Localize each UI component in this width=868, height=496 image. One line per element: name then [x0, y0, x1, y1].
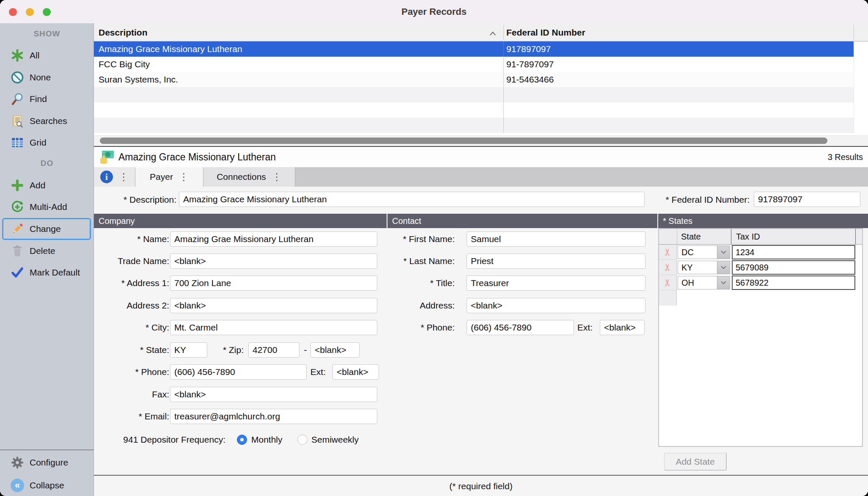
tax-id-input[interactable]: [732, 245, 855, 259]
sidebar-item-none[interactable]: None: [0, 69, 94, 85]
state-select[interactable]: DC: [678, 245, 730, 259]
company-phone-input[interactable]: [170, 364, 307, 380]
table-row[interactable]: FCC Big City 91-7897097: [94, 57, 854, 72]
table-row-empty: [94, 118, 854, 133]
add-state-button[interactable]: Add State: [664, 453, 727, 471]
state-row: ✂ KY: [659, 260, 862, 275]
trade-name-input[interactable]: [170, 254, 377, 269]
city-input[interactable]: [170, 320, 377, 335]
cell-description: Suran Systems, Inc.: [99, 72, 178, 87]
chevron-down-icon[interactable]: [717, 246, 730, 259]
tab-menu-dots-icon[interactable]: ⋮: [179, 172, 189, 182]
table-row-selected[interactable]: Amazing Grace Missionary Lutheran 917897…: [94, 41, 854, 57]
contact-address-input[interactable]: [467, 298, 646, 313]
tab-menu-dots-icon[interactable]: ⋮: [119, 172, 129, 182]
sidebar-item-label: Find: [30, 94, 47, 104]
company-ext-input[interactable]: [332, 364, 379, 380]
radio-semiweekly[interactable]: [297, 435, 308, 445]
column-divider: [855, 229, 856, 245]
company-phone-label: * Phone:: [94, 365, 169, 379]
tax-id-input[interactable]: [732, 260, 855, 275]
empty-action-cell: [659, 290, 677, 306]
results-count: 3 Results: [828, 147, 863, 167]
email-input[interactable]: [170, 409, 377, 424]
state-select[interactable]: KY: [678, 261, 730, 274]
address1-input[interactable]: [170, 276, 377, 291]
address2-label: Address 2:: [94, 298, 169, 313]
info-icon: i: [100, 171, 113, 183]
remove-state-cell[interactable]: ✂: [659, 275, 677, 290]
sidebar-item-label: Add: [30, 180, 45, 190]
radio-monthly-label: Monthly: [251, 433, 283, 447]
tab-info[interactable]: i ⋮: [94, 167, 135, 187]
address2-input[interactable]: [170, 298, 377, 313]
radio-monthly[interactable]: [237, 435, 247, 445]
section-title: Company: [99, 216, 135, 226]
column-header-description[interactable]: Description: [99, 23, 148, 41]
collapse-icon: «: [9, 477, 25, 493]
column-divider: [677, 229, 677, 244]
tab-payer[interactable]: Payer ⋮: [135, 167, 203, 187]
sidebar-item-label: Change: [30, 224, 61, 234]
column-separator: [854, 41, 854, 133]
horizontal-scrollbar[interactable]: [94, 135, 868, 146]
zip-plus4-input[interactable]: [310, 342, 360, 358]
column-divider[interactable]: [854, 25, 854, 39]
state-input[interactable]: [170, 342, 207, 358]
contact-ext-label: Ext:: [570, 320, 593, 335]
contact-phone-input[interactable]: [467, 320, 574, 335]
cell-federal-id: 91-7897097: [506, 57, 554, 72]
asterisk-icon: [9, 47, 25, 63]
sidebar-item-searches[interactable]: Searches: [0, 113, 94, 129]
contact-ext-input[interactable]: [600, 320, 645, 335]
record-header: Amazing Grace Missionary Lutheran 3 Resu…: [94, 146, 868, 167]
tab-bar: i ⋮ Payer ⋮ Connections ⋮: [94, 167, 868, 187]
state-row: ✂ DC: [659, 245, 862, 260]
company-name-input[interactable]: [170, 231, 377, 247]
chevron-down-icon[interactable]: [717, 261, 730, 274]
sidebar-item-delete[interactable]: Delete: [0, 243, 94, 259]
sidebar-item-all[interactable]: All: [0, 47, 94, 63]
state-value: DC: [681, 246, 694, 259]
state-select[interactable]: OH: [678, 276, 730, 289]
contact-address-label: Address:: [373, 298, 455, 313]
sidebar-item-change[interactable]: Change: [0, 221, 94, 237]
tax-id-input[interactable]: [732, 276, 855, 290]
required-field-note: (* required field): [94, 477, 868, 496]
tab-menu-dots-icon[interactable]: ⋮: [272, 172, 282, 182]
sidebar-item-multi-add[interactable]: Multi-Add: [0, 199, 94, 215]
zip-input[interactable]: [248, 342, 299, 358]
sidebar-item-find[interactable]: Find: [0, 91, 94, 107]
sidebar-item-collapse[interactable]: « Collapse: [0, 477, 94, 493]
tab-connections[interactable]: Connections ⋮: [203, 167, 295, 187]
sidebar-item-add[interactable]: Add: [0, 177, 94, 193]
chevron-down-icon[interactable]: [717, 276, 730, 289]
gear-icon: [9, 455, 25, 471]
table-row[interactable]: Suran Systems, Inc. 91-5463466: [94, 72, 854, 87]
sidebar-divider: [0, 449, 94, 450]
remove-state-cell[interactable]: ✂: [659, 260, 677, 275]
window-title: Payer Records: [0, 0, 868, 23]
first-name-input[interactable]: [467, 231, 646, 247]
remove-state-cell[interactable]: ✂: [659, 245, 677, 260]
contact-phone-label: * Phone:: [373, 320, 455, 335]
sidebar-item-mark-default[interactable]: Mark Default: [0, 265, 94, 281]
company-section-header: Company: [94, 214, 387, 228]
column-divider[interactable]: [503, 25, 504, 39]
last-name-label: * Last Name:: [373, 254, 455, 268]
radio-semiweekly-label: Semiweekly: [311, 433, 359, 447]
sidebar-item-grid[interactable]: Grid: [0, 135, 94, 151]
pencil-icon: [9, 221, 25, 237]
description-input[interactable]: [179, 192, 645, 207]
fax-input[interactable]: [170, 387, 377, 402]
title-input[interactable]: [467, 276, 646, 291]
contact-section-header: Contact: [387, 214, 657, 228]
column-header-federal-id[interactable]: Federal ID Number: [506, 23, 585, 41]
scrollbar-thumb[interactable]: [100, 138, 827, 144]
last-name-input[interactable]: [467, 254, 646, 269]
column-separator-dotted: [503, 41, 504, 133]
description-label: * Description:: [94, 193, 176, 207]
federal-id-input[interactable]: [754, 192, 860, 207]
refresh-plus-icon: [9, 199, 25, 215]
sidebar-item-configure[interactable]: Configure: [0, 455, 94, 471]
